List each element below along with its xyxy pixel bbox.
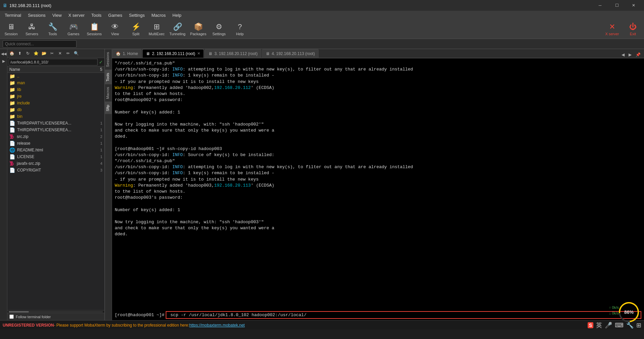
bottom-message: - Please support MobaXterm by subscribin… xyxy=(54,323,190,328)
close-button[interactable]: ✕ xyxy=(626,0,641,11)
file-name: lib xyxy=(17,87,94,92)
packages-icon: 📦 xyxy=(194,22,203,31)
sidebar-delete-btn[interactable]: ✕ xyxy=(56,50,64,57)
list-item[interactable]: 🗜 src.zip 2 xyxy=(7,133,104,140)
sidebar-home-btn[interactable]: 🏠 xyxy=(8,50,15,57)
vtab-sessions[interactable]: Sessions xyxy=(105,49,112,70)
tab-112[interactable]: 🖥 3. 192.168.20.112 (root) xyxy=(205,49,261,58)
file-name: src.zip xyxy=(17,134,94,139)
mobaxterm-link[interactable]: https://mobaxterm.mobatek.net xyxy=(189,323,245,328)
menu-settings[interactable]: Settings xyxy=(126,12,148,18)
term-line: /usr/bin/ssh-copy-id: INFO: attempting t… xyxy=(115,164,413,170)
list-item[interactable]: 📁 lib xyxy=(7,86,104,93)
sidebar-path-input[interactable] xyxy=(9,59,98,65)
list-item[interactable]: 🌐 README.html 1 xyxy=(7,147,104,153)
term-line: dded. xyxy=(115,134,128,139)
menu-macros[interactable]: Macros xyxy=(148,12,169,18)
list-item[interactable]: 📄 release 1 xyxy=(7,140,104,147)
grid-icon[interactable]: ⊞ xyxy=(636,322,641,329)
command-input[interactable] xyxy=(166,311,641,319)
menu-games[interactable]: Games xyxy=(105,12,126,18)
zip-icon: 🗜 xyxy=(9,134,15,139)
toolbar-view[interactable]: 👁 View xyxy=(105,20,125,38)
toolbar-session[interactable]: 🖥 Session xyxy=(1,20,21,38)
sidebar-scrollbar[interactable] xyxy=(7,310,104,313)
toolbar-servers[interactable]: 🖧 Servers xyxy=(22,20,42,38)
sidebar-path-confirm[interactable]: ✓ xyxy=(99,59,103,65)
sidebar-cut-btn[interactable]: ✂ xyxy=(48,50,56,57)
sidebar-rename-btn[interactable]: ✏ xyxy=(64,50,72,57)
unregistered-label: UNREGISTERED VERSION xyxy=(3,323,54,328)
tab-113[interactable]: 🖥 4. 192.168.20.113 (root) xyxy=(262,49,319,58)
nav-forward-btn[interactable]: ▶ xyxy=(0,58,7,64)
file-count: 1 xyxy=(96,155,102,159)
tab-home[interactable]: 🏠 1. Home xyxy=(112,49,142,58)
toolbar-split[interactable]: ⚡ Split xyxy=(126,20,146,38)
sidebar-copy-btn[interactable]: 📂 xyxy=(40,50,48,57)
toolbar: 🖥 Session 🖧 Servers 🔧 Tools 🎮 Games 📋 Se… xyxy=(0,19,644,39)
term-line: /usr/bin/ssh-copy-id: INFO: 1 key(s) rem… xyxy=(115,171,274,176)
tab-111[interactable]: 🖥 2. 192.168.20.111 (root) ✕ xyxy=(142,49,204,58)
term-line: Number of key(s) added: 1 xyxy=(115,110,180,115)
tab-pin[interactable]: 📌 xyxy=(634,52,642,58)
file-count: 3 xyxy=(96,168,102,172)
menu-help[interactable]: Help xyxy=(169,12,185,18)
menu-tools[interactable]: Tools xyxy=(88,12,105,18)
list-item[interactable]: 📁 bin xyxy=(7,113,104,120)
follow-terminal-label[interactable]: Follow terminal folder xyxy=(16,315,51,319)
menu-terminal[interactable]: Terminal xyxy=(1,12,24,18)
tools-label: Tools xyxy=(48,32,57,36)
quick-connect-input[interactable] xyxy=(3,40,76,48)
nav-back-btn[interactable]: ◀◀ xyxy=(0,50,7,57)
quick-connect-bar xyxy=(0,39,644,49)
wrench-icon[interactable]: 🔧 xyxy=(626,322,634,329)
download-speed: ↓ 0k/s xyxy=(609,310,619,316)
toolbar-tools[interactable]: 🔧 Tools xyxy=(43,20,62,38)
sidebar-refresh-btn[interactable]: ↻ xyxy=(24,50,32,57)
term-line: - if you are prompted now it is to insta… xyxy=(115,177,259,182)
lang-icon[interactable]: 英 xyxy=(596,321,602,329)
list-item[interactable]: 🗜 javafx-src.zip 4 xyxy=(7,160,104,167)
list-item[interactable]: 📁 jre xyxy=(7,93,104,100)
tab-scroll-left[interactable]: ◀ xyxy=(620,52,626,58)
toolbar-exit[interactable]: ⏻ Exit xyxy=(623,20,643,38)
toolbar-sessions[interactable]: 📋 Sessions xyxy=(85,20,104,38)
sidebar-upload-btn[interactable]: ⬆ xyxy=(16,50,23,57)
file-name: THIRDPARTYLICENSEREA... xyxy=(17,128,94,132)
menu-sessions[interactable]: Sessions xyxy=(24,12,49,18)
menu-view[interactable]: View xyxy=(49,12,65,18)
list-item[interactable]: 📁 .. xyxy=(7,73,104,80)
toolbar-help[interactable]: ? Help xyxy=(230,20,250,38)
toolbar-xserver[interactable]: ✕ X server xyxy=(602,20,622,38)
mic-icon[interactable]: 🎤 xyxy=(605,322,612,329)
vtab-macros[interactable]: Macros xyxy=(105,84,112,102)
menu-xserver[interactable]: X server xyxy=(65,12,88,18)
toolbar-packages[interactable]: 📦 Packages xyxy=(189,20,208,38)
toolbar-settings[interactable]: ⚙ Settings xyxy=(209,20,229,38)
list-item[interactable]: 📁 db xyxy=(7,106,104,113)
list-item[interactable]: 📁 include xyxy=(7,100,104,106)
vtab-tools[interactable]: Tools xyxy=(105,70,112,84)
tab-scroll-right[interactable]: ▶ xyxy=(627,52,633,58)
toolbar-games[interactable]: 🎮 Games xyxy=(64,20,83,38)
follow-terminal-checkbox[interactable] xyxy=(9,314,14,319)
minimize-button[interactable]: ─ xyxy=(592,0,608,11)
sidebar-search-btn[interactable]: 🔍 xyxy=(72,50,80,57)
toolbar-tunneling[interactable]: 🔗 Tunneling xyxy=(168,20,187,38)
title-bar: 🖥 192.168.20.111 (root) ─ ☐ ✕ xyxy=(0,0,644,11)
cpu-circle: 86% xyxy=(619,302,639,322)
maximize-button[interactable]: ☐ xyxy=(609,0,625,11)
tab-111-label: 2. 192.168.20.111 (root) xyxy=(152,51,195,56)
list-item[interactable]: 📄 THIRDPARTYLICENSEREA... 1 xyxy=(7,127,104,133)
sidebar-new-btn[interactable]: ⭐ xyxy=(32,50,40,57)
keyboard-icon[interactable]: ⌨ xyxy=(615,322,624,329)
vtab-sftp[interactable]: Sftp xyxy=(105,102,112,114)
scrollbar-thumb[interactable] xyxy=(9,311,29,312)
list-item[interactable]: 📄 COPYRIGHT 3 xyxy=(7,167,104,174)
tab-111-close[interactable]: ✕ xyxy=(197,51,200,56)
list-item[interactable]: 📄 THIRDPARTYLICENSEREA... 1 xyxy=(7,120,104,127)
list-item[interactable]: 📁 man xyxy=(7,80,104,86)
list-item[interactable]: 📄 LICENSE 1 xyxy=(7,153,104,160)
file-name: include xyxy=(17,101,94,105)
toolbar-multiexec[interactable]: ⊞ MultiExec xyxy=(147,20,166,38)
